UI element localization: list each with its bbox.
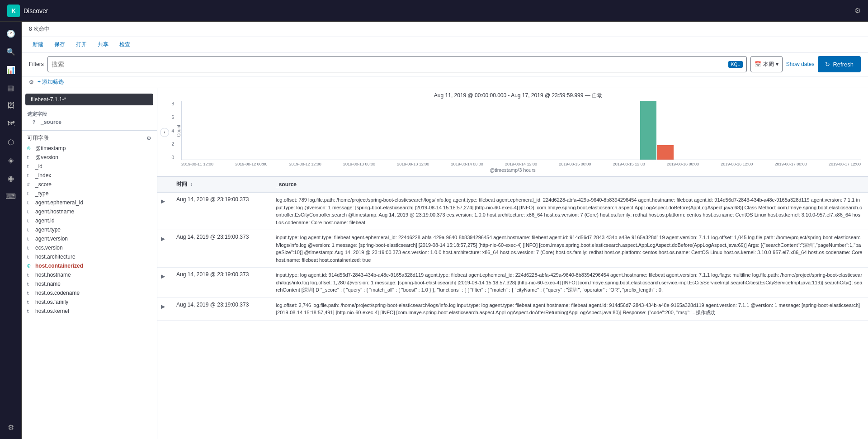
selected-fields-section: 选定字段 ? _source — [22, 107, 157, 131]
refresh-button[interactable]: ↻ Refresh — [818, 56, 861, 72]
chevron-down-icon: ▾ — [776, 61, 778, 67]
expand-row-button[interactable]: ▶ — [159, 234, 167, 244]
expand-row-button[interactable]: ▶ — [159, 271, 167, 281]
time-cell: Aug 14, 2019 @ 23:19:00.373 — [171, 230, 270, 268]
time-cell: Aug 14, 2019 @ 23:19:00.373 — [171, 297, 270, 320]
chart-area: ‹ Aug 11, 2019 @ 00:00:00.000 - Aug 17, … — [157, 88, 868, 177]
field-host-containerized[interactable]: © host.containerized — [22, 261, 157, 270]
nav-icon-devtools[interactable]: ⌨ — [3, 188, 19, 204]
index-pattern-badge[interactable]: filebeat-7.1.1-* — [25, 94, 153, 105]
selected-field-source[interactable]: ? _source — [27, 118, 151, 127]
time-label: 本周 — [763, 61, 774, 68]
filter-bar: ⚙ + 添加筛选 — [22, 76, 868, 88]
table-row: ▶Aug 14, 2019 @ 23:19:00.373input.type: … — [157, 230, 868, 268]
available-fields-list: © @timestamp t @version t _id t _index — [22, 144, 157, 316]
field-host-os-kernel[interactable]: t host.os.kernel — [22, 307, 157, 316]
field-host-os-codename[interactable]: t host.os.codename — [22, 288, 157, 297]
field-index[interactable]: t _index — [22, 171, 157, 180]
field-ecs-version[interactable]: t ecs.version — [22, 243, 157, 252]
main-panel: ‹ Aug 11, 2019 @ 00:00:00.000 - Aug 17, … — [157, 88, 868, 439]
kibana-logo: K — [7, 5, 20, 17]
new-button[interactable]: 新建 — [29, 39, 47, 50]
filter-gear-icon[interactable]: ⚙ — [29, 79, 34, 85]
source-cell: log.offset: 2,746 log.file.path: /home/p… — [270, 297, 868, 320]
bars-area — [181, 101, 861, 160]
field-agent-version[interactable]: t agent.version — [22, 234, 157, 243]
top-right: ⚙ — [854, 6, 861, 15]
chart-date-range: Aug 11, 2019 @ 00:00:00.000 - Aug 17, 20… — [176, 92, 861, 99]
x-axis: 2019-08-11 12:00 2019-08-12 00:00 2019-0… — [181, 162, 861, 166]
field-host-name[interactable]: t host.name — [22, 279, 157, 288]
open-button[interactable]: 打开 — [72, 39, 90, 50]
field-version[interactable]: t @version — [22, 153, 157, 162]
save-button[interactable]: 保存 — [51, 39, 69, 50]
source-cell: log.offset: 789 log.file.path: /home/pro… — [270, 192, 868, 230]
layout: 🕐 🔍 📊 ▦ 🖼 🗺 ⬡ ◈ ◉ ⌨ ⚙ 8 次命中 新建 保存 打开 共享 … — [0, 22, 868, 439]
expand-col-header — [157, 177, 171, 192]
search-input[interactable] — [52, 61, 725, 68]
field-timestamp[interactable]: © @timestamp — [22, 144, 157, 153]
nav-icon-ml[interactable]: ⬡ — [3, 134, 19, 150]
main-content: 8 次命中 新建 保存 打开 共享 检查 Filters KQL 📅 本周 ▾ … — [22, 22, 868, 439]
discovery-area: filebeat-7.1.1-* 选定字段 ? _source 可用字段 ⚙ © — [22, 88, 868, 439]
share-button[interactable]: 共享 — [94, 39, 112, 50]
nav-icon-maps[interactable]: 🗺 — [3, 116, 19, 132]
table-row: ▶Aug 14, 2019 @ 23:19:00.373log.offset: … — [157, 192, 868, 230]
time-cell: Aug 14, 2019 @ 23:19:00.373 — [171, 192, 270, 230]
available-fields-header: 可用字段 ⚙ — [22, 132, 157, 144]
field-agent-type[interactable]: t agent.type — [22, 225, 157, 234]
expand-row-button[interactable]: ▶ — [159, 196, 167, 206]
top-bar: K Discover ⚙ — [0, 0, 868, 22]
time-col-header[interactable]: 时间 ↕ — [171, 177, 270, 192]
nav-icon-graph[interactable]: ◈ — [3, 152, 19, 168]
left-nav: 🕐 🔍 📊 ▦ 🖼 🗺 ⬡ ◈ ◉ ⌨ ⚙ — [0, 22, 22, 439]
time-cell: Aug 14, 2019 @ 23:19:00.373 — [171, 268, 270, 298]
field-agent-hostname[interactable]: t agent.hostname — [22, 207, 157, 216]
field-host-os-family[interactable]: t host.os.family — [22, 297, 157, 307]
source-col-header: _source — [270, 177, 868, 192]
source-cell: input.type: log agent.id: 914d56d7-2843-… — [270, 268, 868, 298]
field-host-hostname[interactable]: t host.hostname — [22, 270, 157, 279]
calendar-icon: 📅 — [755, 61, 761, 67]
add-filter-button[interactable]: + 添加筛选 — [38, 78, 64, 86]
sidebar: filebeat-7.1.1-* 选定字段 ? _source 可用字段 ⚙ © — [22, 88, 157, 439]
nav-icon-apm[interactable]: ◉ — [3, 170, 19, 186]
kql-badge[interactable]: KQL — [728, 61, 743, 68]
filters-label: Filters — [29, 61, 44, 67]
field-type[interactable]: t _type — [22, 189, 157, 198]
logo-area: K Discover — [7, 5, 48, 17]
field-agent-id[interactable]: t agent.id — [22, 216, 157, 225]
nav-icon-management[interactable]: ⚙ — [3, 419, 19, 435]
toolbar: Filters KQL 📅 本周 ▾ Show dates ↻ Refresh — [22, 52, 868, 76]
inspect-button[interactable]: 检查 — [116, 39, 134, 50]
source-cell: input.type: log agent.type: filebeat age… — [270, 230, 868, 268]
show-dates-button[interactable]: Show dates — [786, 61, 815, 67]
search-bar: KQL — [47, 56, 747, 72]
results-table: 时间 ↕ _source ▶Aug 14, 2019 @ 23:19:00.37… — [157, 177, 868, 321]
app-title: Discover — [24, 7, 48, 14]
expand-row-button[interactable]: ▶ — [159, 302, 167, 312]
field-id[interactable]: t _id — [22, 162, 157, 171]
chart-body: 0 2 4 6 8 Count — [165, 101, 861, 160]
nav-icon-dashboard[interactable]: ▦ — [3, 80, 19, 96]
table-row: ▶Aug 14, 2019 @ 23:19:00.373log.offset: … — [157, 297, 868, 320]
hits-count: 8 次命中 — [29, 25, 50, 33]
chart-wrapper: ‹ Aug 11, 2019 @ 00:00:00.000 - Aug 17, … — [165, 92, 861, 173]
y-axis-label: Count — [176, 101, 181, 160]
nav-icon-recent[interactable]: 🕐 — [3, 25, 19, 42]
nav-icon-visualize[interactable]: 📊 — [3, 61, 19, 78]
field-score[interactable]: # _score — [22, 180, 157, 189]
fields-gear-icon[interactable]: ⚙ — [146, 135, 151, 142]
time-picker[interactable]: 📅 本周 ▾ — [750, 56, 783, 72]
nav-icon-discover[interactable]: 🔍 — [3, 43, 19, 60]
chart-subtitle: @timestamp/3 hours — [165, 167, 861, 173]
nav-icon-canvas[interactable]: 🖼 — [3, 98, 19, 114]
field-host-architecture[interactable]: t host.architecture — [22, 252, 157, 261]
page-header: 8 次命中 — [22, 22, 868, 37]
table-row: ▶Aug 14, 2019 @ 23:19:00.373input.type: … — [157, 268, 868, 298]
collapse-chart-button[interactable]: ‹ — [160, 128, 169, 137]
settings-icon[interactable]: ⚙ — [854, 6, 861, 15]
time-sort-icon: ↕ — [190, 182, 193, 187]
field-agent-ephemeral-id[interactable]: t agent.ephemeral_id — [22, 198, 157, 207]
data-table: 时间 ↕ _source ▶Aug 14, 2019 @ 23:19:00.37… — [157, 177, 868, 439]
